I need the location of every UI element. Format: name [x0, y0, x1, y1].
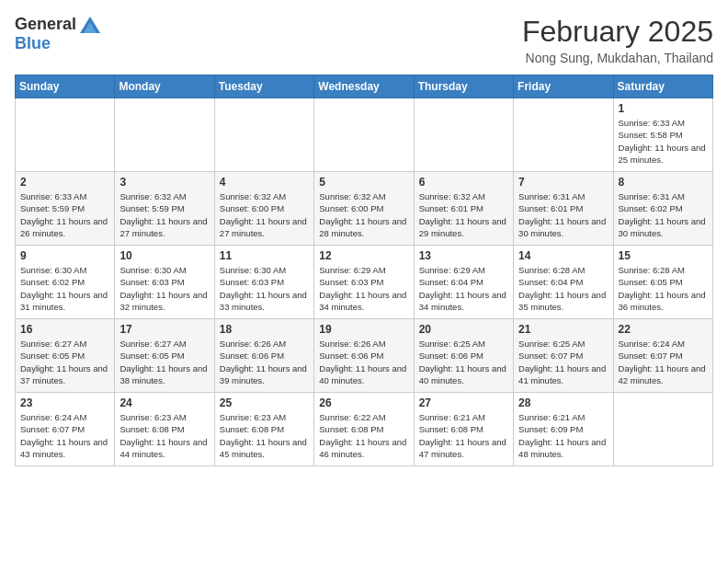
day-info: Sunrise: 6:30 AM Sunset: 6:03 PM Dayligh…: [220, 264, 309, 313]
day-info: Sunrise: 6:23 AM Sunset: 6:08 PM Dayligh…: [119, 411, 209, 460]
calendar-cell: 1Sunrise: 6:33 AM Sunset: 5:58 PM Daylig…: [613, 98, 712, 172]
day-number: 27: [419, 396, 508, 409]
calendar-week-2: 2Sunrise: 6:33 AM Sunset: 5:59 PM Daylig…: [16, 172, 713, 246]
day-number: 4: [220, 176, 309, 189]
day-info: Sunrise: 6:25 AM Sunset: 6:06 PM Dayligh…: [419, 338, 508, 386]
day-info: Sunrise: 6:31 AM Sunset: 6:02 PM Dayligh…: [619, 190, 708, 239]
day-info: Sunrise: 6:28 AM Sunset: 6:04 PM Dayligh…: [518, 264, 608, 313]
day-number: 9: [20, 249, 109, 262]
logo: General Blue: [15, 15, 100, 53]
logo-text-general: General: [15, 15, 76, 34]
calendar-cell: 9Sunrise: 6:30 AM Sunset: 6:02 PM Daylig…: [16, 246, 115, 319]
calendar-week-3: 9Sunrise: 6:30 AM Sunset: 6:02 PM Daylig…: [16, 246, 713, 319]
calendar-cell: 5Sunrise: 6:32 AM Sunset: 6:00 PM Daylig…: [314, 172, 414, 246]
weekday-header-thursday: Thursday: [414, 75, 513, 98]
day-info: Sunrise: 6:28 AM Sunset: 6:05 PM Dayligh…: [619, 264, 708, 313]
calendar-cell: 11Sunrise: 6:30 AM Sunset: 6:03 PM Dayli…: [214, 246, 313, 319]
day-number: 12: [319, 249, 408, 262]
day-number: 3: [119, 176, 209, 189]
calendar-cell: [613, 393, 712, 466]
day-number: 11: [220, 249, 309, 262]
calendar-cell: [314, 98, 414, 172]
weekday-header-friday: Friday: [514, 75, 613, 98]
day-number: 15: [619, 249, 708, 262]
day-number: 24: [119, 396, 209, 409]
day-number: 13: [419, 249, 508, 262]
day-info: Sunrise: 6:32 AM Sunset: 6:00 PM Dayligh…: [220, 190, 309, 239]
day-info: Sunrise: 6:33 AM Sunset: 5:58 PM Dayligh…: [619, 117, 708, 166]
calendar-cell: 19Sunrise: 6:26 AM Sunset: 6:06 PM Dayli…: [314, 319, 414, 393]
day-info: Sunrise: 6:31 AM Sunset: 6:01 PM Dayligh…: [518, 190, 608, 239]
calendar-cell: 28Sunrise: 6:21 AM Sunset: 6:09 PM Dayli…: [514, 393, 613, 466]
calendar-cell: 4Sunrise: 6:32 AM Sunset: 6:00 PM Daylig…: [214, 172, 313, 246]
day-number: 14: [518, 249, 608, 262]
weekday-header-monday: Monday: [115, 75, 214, 98]
logo-icon: [80, 17, 100, 33]
calendar-cell: 7Sunrise: 6:31 AM Sunset: 6:01 PM Daylig…: [514, 172, 613, 246]
day-number: 8: [619, 176, 708, 189]
day-number: 17: [119, 323, 209, 336]
calendar-cell: 10Sunrise: 6:30 AM Sunset: 6:03 PM Dayli…: [115, 246, 214, 319]
weekday-header-row: SundayMondayTuesdayWednesdayThursdayFrid…: [16, 75, 713, 98]
day-info: Sunrise: 6:24 AM Sunset: 6:07 PM Dayligh…: [619, 338, 708, 386]
day-info: Sunrise: 6:25 AM Sunset: 6:07 PM Dayligh…: [518, 338, 608, 386]
day-info: Sunrise: 6:32 AM Sunset: 6:00 PM Dayligh…: [319, 190, 408, 239]
day-info: Sunrise: 6:22 AM Sunset: 6:08 PM Dayligh…: [319, 411, 408, 460]
day-info: Sunrise: 6:26 AM Sunset: 6:06 PM Dayligh…: [319, 338, 408, 386]
weekday-header-sunday: Sunday: [16, 75, 115, 98]
day-number: 23: [20, 396, 109, 409]
calendar-cell: 6Sunrise: 6:32 AM Sunset: 6:01 PM Daylig…: [414, 172, 513, 246]
calendar-cell: 26Sunrise: 6:22 AM Sunset: 6:08 PM Dayli…: [314, 393, 414, 466]
day-number: 20: [419, 323, 508, 336]
day-info: Sunrise: 6:30 AM Sunset: 6:02 PM Dayligh…: [20, 264, 109, 313]
calendar-week-1: 1Sunrise: 6:33 AM Sunset: 5:58 PM Daylig…: [16, 98, 713, 172]
location-subtitle: Nong Sung, Mukdahan, Thailand: [522, 51, 713, 65]
day-number: 6: [419, 176, 508, 189]
calendar-cell: [115, 98, 214, 172]
calendar-cell: [214, 98, 313, 172]
day-info: Sunrise: 6:21 AM Sunset: 6:09 PM Dayligh…: [518, 411, 608, 460]
calendar-cell: 2Sunrise: 6:33 AM Sunset: 5:59 PM Daylig…: [16, 172, 115, 246]
calendar-cell: 23Sunrise: 6:24 AM Sunset: 6:07 PM Dayli…: [16, 393, 115, 466]
day-number: 18: [220, 323, 309, 336]
calendar-cell: 17Sunrise: 6:27 AM Sunset: 6:05 PM Dayli…: [115, 319, 214, 393]
day-info: Sunrise: 6:32 AM Sunset: 6:01 PM Dayligh…: [419, 190, 508, 239]
day-info: Sunrise: 6:27 AM Sunset: 6:05 PM Dayligh…: [119, 338, 209, 386]
calendar-cell: 25Sunrise: 6:23 AM Sunset: 6:08 PM Dayli…: [214, 393, 313, 466]
calendar-cell: 22Sunrise: 6:24 AM Sunset: 6:07 PM Dayli…: [613, 319, 712, 393]
calendar-cell: 13Sunrise: 6:29 AM Sunset: 6:04 PM Dayli…: [414, 246, 513, 319]
calendar-cell: [514, 98, 613, 172]
day-number: 22: [619, 323, 708, 336]
day-number: 26: [319, 396, 408, 409]
weekday-header-wednesday: Wednesday: [314, 75, 414, 98]
day-number: 28: [518, 396, 608, 409]
calendar-week-4: 16Sunrise: 6:27 AM Sunset: 6:05 PM Dayli…: [16, 319, 713, 393]
weekday-header-tuesday: Tuesday: [214, 75, 313, 98]
page-header: General Blue February 2025 Nong Sung, Mu…: [15, 15, 713, 65]
day-number: 21: [518, 323, 608, 336]
day-info: Sunrise: 6:33 AM Sunset: 5:59 PM Dayligh…: [20, 190, 109, 239]
calendar-cell: 3Sunrise: 6:32 AM Sunset: 5:59 PM Daylig…: [115, 172, 214, 246]
calendar-cell: 12Sunrise: 6:29 AM Sunset: 6:03 PM Dayli…: [314, 246, 414, 319]
month-year-title: February 2025: [522, 15, 713, 49]
calendar-cell: 24Sunrise: 6:23 AM Sunset: 6:08 PM Dayli…: [115, 393, 214, 466]
calendar-table: SundayMondayTuesdayWednesdayThursdayFrid…: [15, 75, 713, 466]
day-number: 2: [20, 176, 109, 189]
calendar-cell: 27Sunrise: 6:21 AM Sunset: 6:08 PM Dayli…: [414, 393, 513, 466]
title-block: February 2025 Nong Sung, Mukdahan, Thail…: [522, 15, 713, 65]
day-info: Sunrise: 6:30 AM Sunset: 6:03 PM Dayligh…: [119, 264, 209, 313]
day-number: 5: [319, 176, 408, 189]
day-info: Sunrise: 6:27 AM Sunset: 6:05 PM Dayligh…: [20, 338, 109, 386]
calendar-cell: 21Sunrise: 6:25 AM Sunset: 6:07 PM Dayli…: [514, 319, 613, 393]
calendar-week-5: 23Sunrise: 6:24 AM Sunset: 6:07 PM Dayli…: [16, 393, 713, 466]
day-info: Sunrise: 6:24 AM Sunset: 6:07 PM Dayligh…: [20, 411, 109, 460]
day-number: 19: [319, 323, 408, 336]
day-info: Sunrise: 6:26 AM Sunset: 6:06 PM Dayligh…: [220, 338, 309, 386]
day-info: Sunrise: 6:21 AM Sunset: 6:08 PM Dayligh…: [419, 411, 508, 460]
day-number: 25: [220, 396, 309, 409]
day-info: Sunrise: 6:29 AM Sunset: 6:03 PM Dayligh…: [319, 264, 408, 313]
day-info: Sunrise: 6:29 AM Sunset: 6:04 PM Dayligh…: [419, 264, 508, 313]
day-info: Sunrise: 6:23 AM Sunset: 6:08 PM Dayligh…: [220, 411, 309, 460]
day-number: 1: [619, 102, 708, 115]
logo-text-blue: Blue: [15, 34, 51, 52]
